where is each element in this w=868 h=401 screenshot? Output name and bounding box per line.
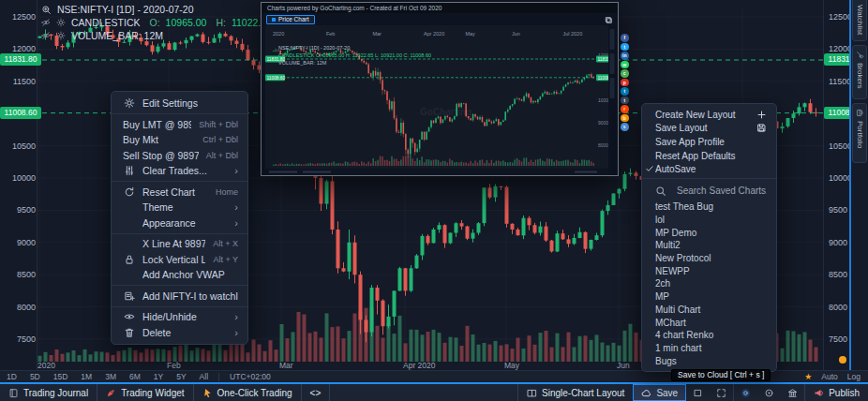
frame-button[interactable]	[686, 384, 710, 401]
timeframe-15d[interactable]: 15D	[47, 372, 75, 381]
chevron-right-icon: ›	[234, 311, 238, 322]
share-twitter-icon[interactable]: t	[621, 43, 629, 52]
side-tab-brokers[interactable]: Brokers	[852, 45, 867, 99]
search-icon	[655, 186, 666, 197]
menu-divider	[112, 285, 247, 286]
auto-scale-toggle[interactable]: Auto	[821, 372, 838, 381]
menu-item-appearance[interactable]: Appearance›	[112, 215, 247, 231]
share-telegram-icon[interactable]: t	[621, 87, 629, 96]
bank-icon	[787, 388, 798, 398]
timeframe-3m[interactable]: 3M	[98, 372, 123, 381]
save-button[interactable]: Save	[633, 384, 686, 401]
left-axis-tick: 9500	[17, 205, 36, 215]
share-whatsapp-icon[interactable]: w	[621, 61, 629, 69]
timezone-label[interactable]: UTC+02:00	[223, 372, 277, 381]
one-click-trading-button[interactable]: One-Click Trading	[194, 384, 302, 401]
share-blogger-icon[interactable]: b	[621, 114, 629, 123]
timeframe-1y[interactable]: 1Y	[147, 372, 170, 381]
divider	[218, 373, 219, 381]
search-input[interactable]	[675, 185, 769, 197]
broker-hub-button[interactable]	[781, 384, 804, 401]
saved-chart-item[interactable]: Multi Chart	[642, 303, 776, 316]
saved-chart-item[interactable]: test Thea Bug	[642, 200, 776, 214]
menu-item-x-line[interactable]: X Line At 9897.59Alt + X	[112, 236, 247, 252]
saved-chart-item[interactable]: NEWPP	[642, 264, 776, 277]
gear-icon	[124, 97, 135, 109]
eye-off-icon	[41, 31, 51, 40]
timeframe-5d[interactable]: 5D	[23, 372, 47, 381]
layout-menu-item-save-app-profile[interactable]: Save App Profile	[642, 135, 776, 149]
check-icon	[645, 164, 654, 175]
timeframe-5y[interactable]: 5Y	[170, 372, 192, 381]
share-facebook-icon[interactable]: f	[621, 34, 629, 42]
timeframe-1m[interactable]: 1M	[74, 372, 98, 381]
single-chart-layout-button[interactable]: Single-Chart Layout	[517, 384, 633, 401]
chart-context-menu: Edit SettingsBuy LMT @ 9897.59Shift + Db…	[111, 91, 248, 345]
saved-chart-item[interactable]: 2ch	[642, 277, 776, 290]
svg-text:GoCharting: GoCharting	[420, 107, 471, 117]
popup-tab-price-chart[interactable]: Price Chart	[266, 15, 315, 24]
timeframe-1d[interactable]: 1D	[0, 372, 23, 381]
time-axis-label: May	[504, 361, 519, 370]
crosshair-button[interactable]	[757, 384, 781, 401]
left-axis-tick: 10000	[12, 173, 36, 183]
saved-chart-item[interactable]: 1 min chart	[642, 342, 776, 355]
shortcut-hint: Shift + Dbl	[199, 120, 238, 129]
share-tumblr-icon[interactable]: t	[621, 97, 629, 105]
menu-item-delete[interactable]: Delete›	[112, 325, 247, 341]
side-tab-watchlist[interactable]: Watchlist	[852, 0, 867, 41]
saved-chart-item[interactable]: 4 chart Renko	[642, 329, 776, 342]
lock-icon	[124, 254, 135, 265]
menu-item-reset-chart[interactable]: Reset ChartHome	[112, 185, 247, 200]
saved-charts-search[interactable]	[642, 182, 776, 200]
layout-menu-item-save-layout[interactable]: Save Layout	[642, 122, 776, 136]
menu-item-buy-lmt[interactable]: Buy LMT @ 9897.59Shift + Dbl	[112, 117, 247, 133]
svg-text:CANDLESTICK O: 10965.00 H: 110: CANDLESTICK O: 10965.00 H: 11022.65 L: 1…	[278, 52, 431, 58]
menu-item-add-watchlist[interactable]: Add NIFTY-I to watchlist	[112, 289, 247, 304]
saved-chart-item[interactable]: New Protocol	[642, 252, 776, 265]
saved-chart-item[interactable]: MP	[642, 290, 776, 304]
saved-chart-item[interactable]: Multi2	[642, 239, 776, 252]
screenshot-button[interactable]	[733, 384, 757, 401]
publish-button[interactable]: Publish	[804, 384, 868, 401]
share-skype-icon[interactable]: s	[621, 123, 629, 131]
log-scale-toggle[interactable]: Log	[847, 372, 861, 381]
fullscreen-button[interactable]	[710, 384, 733, 401]
share-wechat-icon[interactable]: c	[621, 69, 629, 78]
cloud-icon	[641, 388, 651, 398]
saved-chart-item[interactable]: MP Demo	[642, 226, 776, 239]
right-axis-tick: 9500	[829, 205, 847, 215]
menu-item-sell-stop[interactable]: Sell Stop @ 9897.59Alt + Dbl	[112, 148, 247, 164]
saved-chart-item[interactable]: lol	[642, 214, 776, 227]
timeframe-all[interactable]: All	[193, 372, 215, 381]
layout-menu-item-create-new-layout[interactable]: Create New Layout	[642, 108, 776, 122]
share-reddit-icon[interactable]: r	[621, 105, 629, 113]
menu-item-theme[interactable]: Theme›	[112, 200, 247, 215]
gear-icon	[56, 18, 66, 27]
menu-item-clear-trades[interactable]: Clear Trades...›	[112, 163, 247, 179]
svg-text:Jun: Jun	[512, 31, 520, 37]
menu-item-lock-vertical[interactable]: Lock Vertical LineAlt + Y	[112, 252, 247, 268]
favorite-star-icon[interactable]: ★	[804, 372, 812, 381]
trading-widget-button[interactable]: Trading Widget	[97, 384, 193, 401]
menu-item-hide-unhide[interactable]: Hide/Unhide›	[112, 309, 247, 325]
menu-item-anchor-vwap[interactable]: Add Anchor VWAP	[112, 267, 247, 283]
copy-icon	[605, 16, 613, 24]
saved-chart-item[interactable]: Bugs	[642, 354, 776, 367]
menu-item-edit-settings[interactable]: Edit Settings	[112, 96, 247, 111]
code-button[interactable]: <>	[302, 384, 331, 401]
layout-menu-item-autosave[interactable]: AutoSave	[642, 162, 776, 176]
share-pinterest-icon[interactable]: p	[621, 79, 629, 87]
trading-journal-button[interactable]: Trading Journal	[0, 384, 97, 401]
shortcut-hint: Home	[216, 187, 238, 197]
svg-text:Jul 2020: Jul 2020	[562, 31, 582, 37]
menu-item-buy-mkt[interactable]: Buy MktCtrl + Dbl	[112, 132, 247, 148]
saved-chart-item[interactable]: MChart	[642, 316, 776, 329]
panel-accent-line	[849, 0, 851, 370]
side-tab-portfolio[interactable]: Portfolio	[852, 103, 867, 163]
chart-preview-popup[interactable]: Charts powered by GoCharting.com - Creat…	[261, 2, 619, 176]
share-linkedin-icon[interactable]: in	[621, 52, 629, 60]
eye-icon	[124, 311, 135, 322]
layout-menu-item-reset-app-defaults[interactable]: Reset App Defaults	[642, 149, 776, 163]
timeframe-6m[interactable]: 6M	[123, 372, 147, 381]
